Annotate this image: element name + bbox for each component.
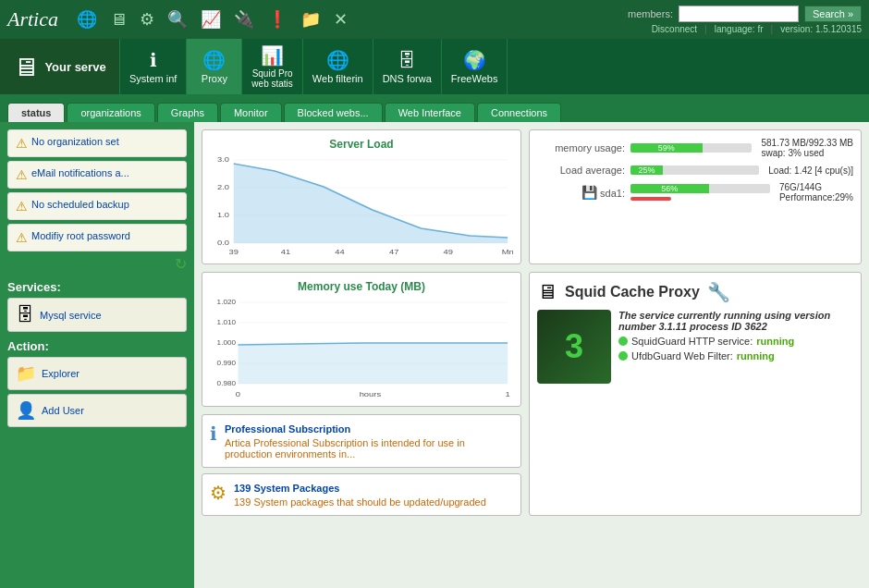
version-link[interactable]: version: 1.5.120315	[780, 24, 862, 34]
notif-professional-title[interactable]: Professional Subscription	[225, 423, 350, 435]
load-label: Load average:	[537, 165, 625, 176]
action-title: Action:	[7, 339, 187, 353]
mysql-link[interactable]: Mysql service	[40, 310, 102, 321]
tab-status[interactable]: status	[7, 103, 65, 122]
tab-graphs[interactable]: Graphs	[157, 103, 218, 122]
warning-icon-3: ⚠	[16, 199, 28, 214]
server-load-svg: 3.0 2.0 1.0 0.0 39	[210, 154, 513, 256]
settings-icon[interactable]: ⚙	[140, 9, 154, 30]
alert-no-org-link[interactable]: No organization set	[31, 136, 119, 147]
squid-nav-icon: 📊	[261, 44, 284, 67]
system-info-icon: ℹ	[150, 49, 157, 71]
nav-item-dns[interactable]: 🗄 DNS forwa	[373, 39, 442, 94]
alert-icon[interactable]: ❗	[267, 9, 288, 30]
tab-organizations[interactable]: organizations	[67, 103, 154, 122]
status-panel: memory usage: 59% 581.73 MB/992.33 MB sw…	[529, 129, 862, 264]
nav-item-system[interactable]: ℹ System inf	[120, 39, 187, 94]
squid-panel: 🖥 Squid Cache Proxy 🔧 3 The service curr…	[529, 272, 862, 516]
disk-details: 76G/144G Performance:29%	[779, 182, 853, 202]
alert-no-org: ⚠ No organization set	[7, 129, 187, 157]
memory-row: memory usage: 59% 581.73 MB/992.33 MB sw…	[537, 138, 853, 158]
ufdbguard-status: running	[737, 350, 775, 361]
members-label: members:	[628, 8, 673, 19]
proxy-icon: 🌐	[202, 49, 226, 71]
memory-chart-area: 1.020 1.010 1.000 0.990 0.980	[210, 297, 513, 398]
members-input[interactable]	[679, 6, 799, 22]
memory-chart-title: Memory use Today (MB)	[210, 280, 513, 293]
alert-email-link[interactable]: eMail notifications a...	[31, 167, 129, 178]
ufdbguard-dot	[618, 351, 628, 361]
nav-item-squid[interactable]: 📊 Squid Proweb statis	[242, 39, 302, 94]
swap-label: swap: 3% used	[761, 148, 853, 158]
refresh-icon[interactable]: ↻	[7, 255, 187, 273]
load-bar-inner: 25%	[630, 165, 663, 175]
network-icon[interactable]: 🔌	[234, 9, 254, 30]
ufdbguard-label: UfdbGuard Web Filter:	[631, 350, 733, 361]
svg-text:1.010: 1.010	[217, 319, 236, 326]
load-pct-label: 25%	[638, 165, 655, 175]
tab-bar: status organizations Graphs Monitor Bloc…	[0, 94, 869, 122]
alert-backup: ⚠ No scheduled backup	[7, 192, 187, 220]
language-link[interactable]: language: fr	[715, 24, 764, 34]
load-detail-text: Load: 1.42 [4 cpu(s)]	[768, 165, 853, 176]
memory-chart: Memory use Today (MB) 1.020 1.010 1.000 …	[202, 272, 521, 407]
bottom-area: Memory use Today (MB) 1.020 1.010 1.000 …	[202, 272, 862, 516]
explorer-link[interactable]: Explorer	[42, 368, 80, 379]
tab-blocked-webs[interactable]: Blocked webs...	[284, 103, 383, 122]
wrench-icon: 🔧	[707, 281, 730, 303]
svg-marker-25	[238, 343, 508, 384]
services-title: Services:	[7, 280, 187, 294]
tab-web-interface[interactable]: Web Interface	[385, 103, 475, 122]
alert-backup-link[interactable]: No scheduled backup	[31, 199, 129, 210]
search-button[interactable]: Search »	[804, 6, 862, 22]
server-load-chart: Server Load 3.0 2.0 1.0 0.0	[202, 129, 521, 264]
squid-icon-area: 3	[537, 310, 611, 384]
main-panel: Server Load 3.0 2.0 1.0 0.0	[194, 122, 869, 588]
server-load-title: Server Load	[210, 138, 513, 151]
nav-squid-label: Squid Proweb statis	[251, 68, 292, 89]
nav-freewebs-label: FreeWebs	[451, 73, 498, 84]
svg-text:1.020: 1.020	[217, 299, 236, 306]
nav-item-freewebs[interactable]: 🌍 FreeWebs	[442, 39, 508, 94]
svg-text:1: 1	[506, 390, 510, 398]
memory-bar-inner: 59%	[630, 143, 703, 153]
top-right-area: members: Search » Disconnect | language:…	[628, 6, 862, 34]
chart-icon[interactable]: 📈	[201, 9, 221, 30]
webfilter-icon: 🌐	[326, 49, 349, 71]
squidguard-dot	[618, 337, 628, 346]
disconnect-link[interactable]: Disconnect	[652, 24, 697, 34]
squid-number-3: 3	[537, 310, 611, 384]
packages-icon: ⚙	[210, 482, 226, 504]
nav-item-proxy[interactable]: 🌐 Proxy	[187, 39, 242, 94]
svg-marker-8	[234, 164, 508, 243]
add-user-link[interactable]: Add User	[42, 405, 84, 416]
svg-text:3.0: 3.0	[217, 155, 229, 164]
squid-header: 🖥 Squid Cache Proxy 🔧	[537, 280, 853, 304]
notif-packages-title[interactable]: 139 System Packages	[234, 483, 339, 494]
search-icon[interactable]: 🔍	[167, 9, 188, 30]
nav-proxy-label: Proxy	[202, 73, 227, 84]
close-icon[interactable]: ✕	[334, 9, 348, 30]
globe-icon[interactable]: 🌐	[77, 9, 97, 30]
folder-icon[interactable]: 📁	[300, 9, 321, 30]
tab-monitor[interactable]: Monitor	[220, 103, 282, 122]
squidguard-label: SquidGuard HTTP service:	[631, 336, 753, 347]
nav-system-label: System inf	[129, 73, 177, 84]
server-load-area: 3.0 2.0 1.0 0.0 39	[210, 154, 513, 256]
nav-item-server[interactable]: 🖥 Your serve	[0, 39, 120, 94]
tab-connections[interactable]: Connections	[477, 103, 561, 122]
alert-root-link[interactable]: Modifiy root password	[31, 230, 130, 241]
svg-text:1.0: 1.0	[217, 211, 229, 219]
disk-drive-icon: 💾	[581, 185, 597, 200]
monitor-icon[interactable]: 🖥	[110, 10, 127, 30]
dns-icon: 🗄	[398, 50, 416, 71]
top-bar: Artica 🌐 🖥 ⚙ 🔍 📈 🔌 ❗ 📁 ✕ members: Search…	[0, 0, 869, 39]
service-mysql: 🗄 Mysql service	[7, 298, 187, 332]
memory-chart-svg: 1.020 1.010 1.000 0.990 0.980	[210, 297, 513, 398]
action-add-user: 👤 Add User	[7, 394, 187, 427]
app-logo: Artica	[7, 7, 58, 31]
nav-item-webfilter[interactable]: 🌐 Web filterin	[303, 39, 373, 94]
disk-label-text: sda1:	[600, 188, 625, 199]
svg-text:0.0: 0.0	[217, 239, 229, 247]
sidebar: ⚠ No organization set ⚠ eMail notificati…	[0, 122, 194, 588]
